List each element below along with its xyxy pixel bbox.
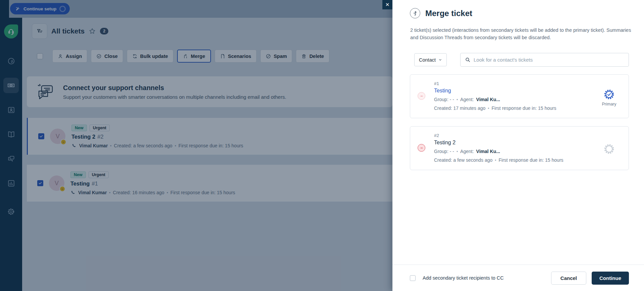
merge-ticket-panel: ✕ Merge ticket 2 ticket(s) selected (int…	[392, 0, 644, 291]
cancel-button[interactable]: Cancel	[551, 272, 586, 285]
card-group: Group: - -	[434, 97, 454, 102]
card-ticket-id: #1	[434, 81, 556, 86]
card-agent-label: Agent:	[460, 97, 474, 102]
card-ticket-title-link[interactable]: Testing	[434, 88, 556, 94]
remove-ticket-icon[interactable]	[418, 144, 425, 152]
card-agent-name: Vimal Ku...	[476, 97, 500, 102]
separator-dot	[457, 149, 458, 154]
merge-card-primary[interactable]: #1 Testing Group: - - Agent: Vimal Ku...…	[410, 74, 629, 118]
panel-description: 2 ticket(s) selected (interactions from …	[410, 26, 632, 42]
panel-title: Merge ticket	[425, 9, 472, 18]
contact-dropdown-label: Contact	[419, 57, 436, 63]
card-ticket-id: #2	[434, 133, 564, 138]
cc-checkbox-label: Add secondary ticket recipients to CC	[423, 275, 504, 281]
panel-footer: Add secondary ticket recipients to CC Ca…	[392, 265, 644, 291]
merge-circle-icon	[410, 8, 420, 18]
separator-dot	[488, 105, 489, 111]
separator-dot	[457, 97, 458, 102]
contact-search[interactable]	[460, 53, 629, 67]
close-icon[interactable]: ✕	[382, 0, 392, 9]
card-ticket-title[interactable]: Testing 2	[434, 140, 564, 146]
search-input[interactable]	[474, 57, 624, 63]
search-icon	[465, 57, 471, 63]
card-due: First response due in: 15 hours	[492, 105, 556, 111]
set-primary-badge-icon[interactable]	[600, 143, 619, 155]
card-agent-name: Vimal Ku...	[476, 149, 500, 154]
card-agent-label: Agent:	[460, 149, 474, 154]
card-created: Created: 17 minutes ago	[434, 105, 485, 111]
separator-dot	[495, 157, 496, 163]
primary-badge-icon[interactable]	[600, 89, 619, 100]
card-created: Created: a few seconds ago	[434, 157, 492, 163]
primary-badge-label: Primary	[600, 102, 619, 106]
cc-checkbox[interactable]	[410, 275, 416, 281]
contact-dropdown[interactable]: Contact	[414, 53, 447, 66]
remove-ticket-icon[interactable]	[418, 92, 425, 100]
modal-backdrop[interactable]	[0, 0, 392, 291]
card-due: First response due in: 15 hours	[499, 157, 564, 163]
continue-button[interactable]: Continue	[592, 272, 629, 285]
merge-card-secondary[interactable]: #2 Testing 2 Group: - - Agent: Vimal Ku.…	[410, 126, 629, 170]
chevron-down-icon	[438, 58, 442, 62]
card-group: Group: - -	[434, 149, 454, 154]
